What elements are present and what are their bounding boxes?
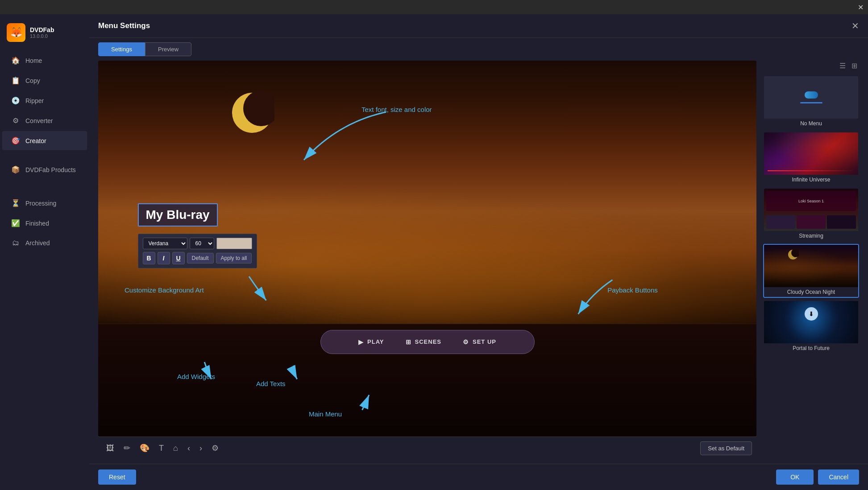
footer-right: OK Cancel — [776, 469, 859, 485]
processing-icon: ⏳ — [11, 199, 20, 207]
toolbar-home-button[interactable]: ⌂ — [170, 441, 182, 456]
cancel-button[interactable]: Cancel — [818, 469, 859, 485]
playback-buttons: ▶ PLAY ⊞ SCENES ⚙ — [320, 330, 535, 354]
toolbar-next-button[interactable]: › — [196, 441, 206, 456]
ripper-icon: 💿 — [11, 96, 20, 105]
modal-title: Menu Settings — [98, 21, 150, 30]
thumbnail-portal-to-future[interactable]: ⬇ Portal to Future — [763, 300, 859, 354]
sidebar-item-archived[interactable]: 🗂 Archived — [2, 234, 87, 252]
thumbnail-no-menu[interactable]: No Menu — [763, 75, 859, 129]
thumb-cloudy-bg — [764, 245, 858, 287]
list-view-button[interactable]: ☰ — [838, 61, 847, 71]
thumbnail-no-menu-label: No Menu — [764, 119, 858, 128]
sidebar-item-dvdfab-products[interactable]: 📦 DVDFab Products — [2, 160, 87, 179]
sidebar-item-home[interactable]: 🏠 Home — [2, 51, 87, 70]
infinite-line — [768, 170, 855, 171]
reset-button[interactable]: Reset — [98, 469, 136, 485]
sidebar-item-converter[interactable]: ⚙ Converter — [2, 111, 87, 130]
tab-settings[interactable]: Settings — [98, 42, 145, 56]
thumb-infinite-bg — [764, 132, 858, 175]
setup-button[interactable]: ⚙ SET UP — [452, 335, 507, 349]
thumbnail-infinite-universe[interactable]: Infinite Universe — [763, 132, 859, 185]
sidebar-item-label-ripper: Ripper — [25, 97, 44, 104]
moon-element — [230, 91, 274, 135]
sidebar-item-label-processing: Processing — [25, 200, 56, 207]
grid-view-button[interactable]: ⊞ — [850, 61, 859, 71]
canvas-container[interactable]: My Blu-ray Verdana — [98, 61, 756, 436]
creator-icon: 🎯 — [11, 136, 20, 145]
font-family-select[interactable]: Verdana — [143, 238, 187, 249]
portal-icon: ⬇ — [809, 310, 814, 317]
play-label: PLAY — [367, 338, 384, 345]
font-size-select[interactable]: 60 — [190, 238, 214, 249]
toolbar-palette-button[interactable]: 🎨 — [136, 441, 153, 456]
thumbnail-infinite-universe-label: Infinite Universe — [764, 175, 858, 185]
thumbnail-cloudy-ocean-night-label: Cloudy Ocean Night — [764, 287, 858, 297]
streaming-thumb-2 — [797, 215, 826, 229]
toolbar-text-button[interactable]: T — [155, 441, 167, 456]
font-color-swatch[interactable] — [216, 238, 252, 249]
thumbnail-streaming[interactable]: Loki Season 1 Streaming — [763, 188, 859, 242]
streaming-content-box: Loki Season 1 — [766, 191, 856, 211]
apply-all-button[interactable]: Apply to all — [216, 253, 252, 264]
home-icon: 🏠 — [11, 56, 20, 65]
streaming-thumbs — [766, 215, 856, 229]
sidebar-item-label-archived: Archived — [25, 239, 50, 247]
play-button[interactable]: ▶ PLAY — [348, 335, 395, 349]
app-logo-icon: 🦊 — [7, 23, 25, 42]
bold-button[interactable]: B — [143, 252, 155, 264]
sidebar-item-creator[interactable]: 🎯 Creator — [2, 131, 87, 150]
toolbar-settings-button[interactable]: ⚙ — [208, 441, 222, 456]
cloudy-overlay — [764, 245, 858, 287]
toolbar-image-button[interactable]: 🖼 — [103, 441, 118, 456]
app-version: 13.0.0.0 — [30, 33, 54, 39]
no-menu-content — [800, 91, 822, 103]
thumbnail-portal-to-future-label: Portal to Future — [764, 343, 858, 353]
thumb-streaming-bg: Loki Season 1 — [764, 189, 858, 231]
app-logo: 🦊 DVDFab 13.0.0.0 — [0, 19, 89, 51]
products-icon: 📦 — [11, 165, 20, 174]
scenes-button[interactable]: ⊞ SCENES — [395, 335, 452, 349]
font-controls-panel: Verdana 60 B — [138, 234, 257, 268]
menu-settings-modal: Menu Settings ✕ Settings Preview — [89, 14, 868, 490]
sidebar-item-processing[interactable]: ⏳ Processing — [2, 194, 87, 213]
title-bar: ✕ — [0, 0, 868, 14]
no-menu-bar — [805, 91, 818, 99]
sidebar-item-label-finished: Finished — [25, 220, 49, 227]
underline-button[interactable]: U — [172, 252, 185, 264]
set-default-button[interactable]: Set as Default — [700, 441, 752, 455]
tab-preview[interactable]: Preview — [145, 42, 191, 56]
thumb-sidebar-header: ☰ ⊞ — [763, 61, 859, 73]
copy-icon: 📋 — [11, 76, 20, 85]
streaming-thumb-1 — [766, 215, 795, 229]
sidebar-item-label-converter: Converter — [25, 117, 53, 124]
sidebar-item-label-products: DVDFab Products — [25, 166, 76, 173]
sidebar-nav: 🏠 Home 📋 Copy 💿 Ripper ⚙ Converter 🎯 — [0, 51, 89, 252]
toolbar-prev-button[interactable]: ‹ — [184, 441, 194, 456]
canvas-wrapper: My Blu-ray Verdana — [98, 61, 756, 459]
font-row-1: Verdana 60 — [143, 238, 252, 249]
modal-body: My Blu-ray Verdana — [89, 56, 868, 464]
ok-button[interactable]: OK — [776, 469, 814, 485]
thumb-portal-bg: ⬇ — [764, 301, 858, 343]
modal-close-button[interactable]: ✕ — [851, 21, 859, 31]
toolbar-edit-button[interactable]: ✏ — [120, 441, 134, 456]
italic-button[interactable]: I — [158, 252, 170, 264]
title-text-box[interactable]: My Blu-ray — [138, 203, 218, 226]
thumbnail-sidebar: ☰ ⊞ No Menu — [763, 61, 859, 459]
scenes-label: SCENES — [415, 338, 441, 345]
sidebar: 🦊 DVDFab 13.0.0.0 🏠 Home 📋 Copy 💿 Rippe — [0, 14, 89, 490]
app-name: DVDFab — [30, 26, 54, 33]
thumbnail-cloudy-ocean-night[interactable]: Cloudy Ocean Night — [763, 244, 859, 298]
sidebar-item-copy[interactable]: 📋 Copy — [2, 71, 87, 90]
streaming-text: Loki Season 1 — [797, 197, 826, 205]
play-icon: ▶ — [358, 338, 364, 346]
scenes-icon: ⊞ — [406, 338, 411, 346]
finished-icon: ✅ — [11, 219, 20, 227]
setup-icon: ⚙ — [463, 338, 469, 346]
window-close-button[interactable]: ✕ — [858, 3, 864, 12]
sidebar-item-finished[interactable]: ✅ Finished — [2, 214, 87, 233]
sidebar-item-ripper[interactable]: 💿 Ripper — [2, 91, 87, 110]
font-row-2: B I U Default Apply to all — [143, 252, 252, 264]
default-button[interactable]: Default — [187, 253, 214, 264]
